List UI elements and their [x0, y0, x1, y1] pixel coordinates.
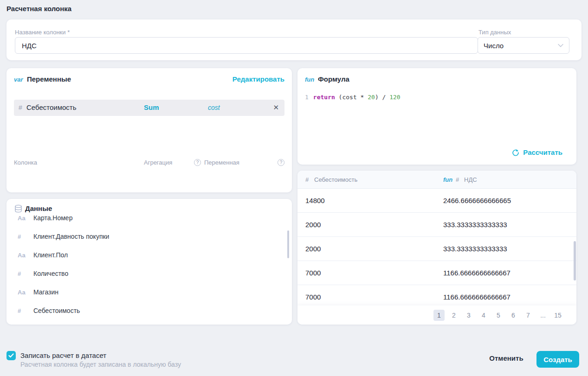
data-type-select[interactable]: Число: [478, 37, 569, 54]
column-settings-card: Название колонки * Тип данных Число: [6, 19, 582, 60]
edit-variables-button[interactable]: Редактировать: [233, 75, 284, 83]
write-to-dataset-checkbox[interactable]: [6, 351, 16, 360]
page-button[interactable]: 5: [493, 310, 504, 321]
line-number: 1: [305, 94, 309, 101]
aggregation-value[interactable]: Sum: [144, 103, 159, 111]
cost-cell: 7000: [305, 293, 321, 301]
text-type-icon: Aa: [18, 215, 30, 222]
vat-cell: 333.3333333333333: [443, 245, 507, 253]
vat-cell: 1166.6666666666667: [443, 269, 510, 277]
table-row: 7000 1166.6666666666667: [297, 261, 576, 285]
number-type-icon: #: [456, 176, 459, 183]
preview-table-panel: # Себестоимость fun # НДС 14800 2466.666…: [297, 171, 576, 325]
page-button[interactable]: 2: [448, 310, 459, 321]
checkmark-icon: [8, 353, 14, 358]
variables-table-header: Колонка Агрегация Переменная: [6, 159, 292, 166]
page-button[interactable]: 4: [478, 310, 489, 321]
write-to-dataset-label: Записать расчет в датасет: [20, 351, 106, 359]
text-type-icon: Aa: [18, 252, 30, 259]
formula-code-line: return (cost * 20) / 120: [313, 94, 401, 101]
page-button[interactable]: 3: [463, 310, 474, 321]
var-icon: var: [14, 76, 23, 83]
cost-cell: 14800: [305, 197, 325, 204]
vat-cell: 2466.6666666666665: [443, 197, 511, 204]
number-type-icon: #: [18, 270, 30, 277]
scrollbar-thumb[interactable]: [287, 230, 289, 258]
create-button[interactable]: Создать: [536, 351, 579, 368]
data-field-label: Клиент.Давность покупки: [33, 233, 109, 240]
remove-variable-icon[interactable]: [273, 103, 279, 112]
calculated-column-header: НДС: [464, 176, 477, 183]
write-to-dataset-hint: Расчетная колонка будет записана в локал…: [20, 361, 181, 368]
calculate-label: Рассчитать: [523, 148, 562, 156]
variables-title: Переменные: [27, 75, 71, 83]
page-button[interactable]: 6: [508, 310, 519, 321]
pagination-ellipsis: ...: [537, 310, 549, 321]
vat-cell: 1166.6666666666667: [443, 293, 510, 301]
table-row: 2000 333.3333333333333: [297, 237, 576, 261]
variable-column-name: Себестоимость: [26, 103, 77, 111]
data-field-label: Себестоимость: [33, 307, 80, 314]
cost-cell: 2000: [305, 245, 321, 253]
column-header-aggregation: Агрегация: [144, 159, 172, 166]
data-field-label: Клиент.Пол: [33, 251, 68, 259]
table-row: 2000 333.3333333333333: [297, 213, 576, 237]
fun-icon: fun: [305, 76, 314, 83]
variables-panel: var Переменные Редактировать Колонка Агр…: [6, 68, 292, 192]
vat-cell: 333.3333333333333: [443, 221, 507, 229]
variable-help-icon[interactable]: [278, 159, 284, 166]
page-button[interactable]: 15: [552, 310, 563, 321]
refresh-icon: [512, 149, 519, 156]
column-name-input[interactable]: [15, 37, 478, 54]
source-column-header: Себестоимость: [314, 176, 357, 183]
data-type-label: Тип данных: [478, 29, 511, 36]
preview-table-header: # Себестоимость fun # НДС: [297, 171, 576, 189]
number-type-icon: #: [19, 104, 22, 111]
text-type-icon: Aa: [18, 289, 30, 296]
table-row: 14800 2466.6666666666665: [297, 189, 576, 213]
data-field-label: Количество: [33, 270, 68, 277]
cost-cell: 2000: [305, 221, 321, 229]
calculate-button[interactable]: Рассчитать: [512, 148, 562, 156]
fun-icon: fun: [443, 176, 452, 183]
number-type-icon: #: [18, 233, 30, 240]
formula-title: Формула: [318, 75, 349, 83]
data-panel-title: Данные: [25, 204, 52, 212]
data-type-value: Число: [484, 42, 504, 50]
scrollbar-thumb[interactable]: [574, 241, 576, 280]
pagination: 1 2 3 4 5 6 7 ... 15: [297, 306, 576, 325]
database-icon: [14, 204, 22, 213]
variable-row: # Себестоимость Sum cost: [14, 100, 284, 116]
data-panel: Данные Aa Карта.Номер # Клиент.Давность …: [6, 199, 292, 325]
page-title: Расчетная колонка: [6, 5, 71, 13]
page-button-active[interactable]: 1: [433, 310, 445, 321]
cancel-button[interactable]: Отменить: [488, 354, 525, 362]
variable-name[interactable]: cost: [208, 104, 220, 111]
number-type-icon: #: [18, 307, 30, 314]
data-field-label: Карта.Номер: [33, 214, 72, 222]
aggregation-help-icon[interactable]: [194, 159, 201, 166]
cost-cell: 7000: [305, 269, 321, 277]
column-name-label: Название колонки *: [15, 29, 70, 36]
number-type-icon: #: [305, 176, 309, 183]
formula-code-editor[interactable]: 1return (cost * 20) / 120: [305, 94, 569, 101]
data-field-label: Магазин: [33, 288, 58, 296]
chevron-down-icon: [558, 44, 563, 47]
page-button[interactable]: 7: [523, 310, 534, 321]
column-header-column: Колонка: [14, 159, 37, 166]
column-header-variable: Переменная: [204, 159, 239, 166]
formula-panel: fun Формула 1return (cost * 20) / 120 Ра…: [297, 68, 576, 165]
